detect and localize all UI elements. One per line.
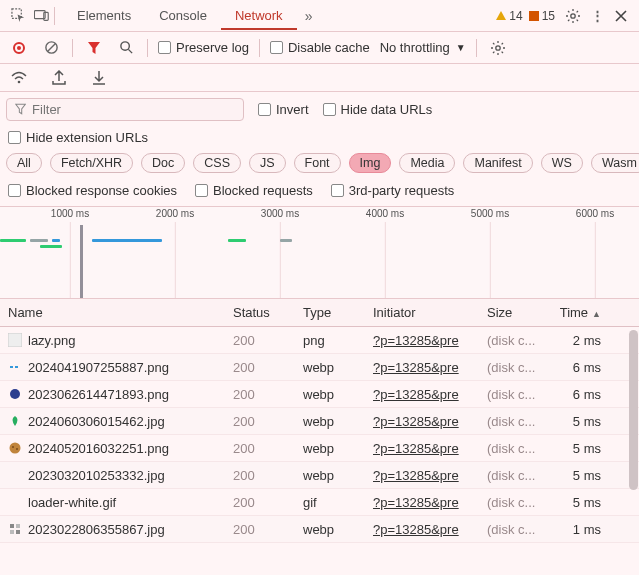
- chip-fetch[interactable]: Fetch/XHR: [50, 153, 133, 173]
- chip-all[interactable]: All: [6, 153, 42, 173]
- checkbox-icon: [195, 184, 208, 197]
- chip-media[interactable]: Media: [399, 153, 455, 173]
- svg-point-15: [16, 448, 18, 450]
- table-row[interactable]: 2024041907255887.png200webp?p=13285&pre(…: [0, 354, 639, 381]
- table-row[interactable]: loader-white.gif200gif?p=13285&pre(disk …: [0, 489, 639, 516]
- chip-doc[interactable]: Doc: [141, 153, 185, 173]
- network-toolbar: Preserve log Disable cache No throttling…: [0, 32, 639, 64]
- cell-status: 200: [225, 387, 295, 402]
- throttling-select[interactable]: No throttling▼: [380, 40, 466, 55]
- svg-point-3: [571, 13, 575, 17]
- import-har-icon[interactable]: [88, 67, 110, 89]
- clear-button[interactable]: [40, 37, 62, 59]
- search-icon[interactable]: [115, 37, 137, 59]
- table-row[interactable]: 2024060306015462.jpg200webp?p=13285&pre(…: [0, 408, 639, 435]
- col-size[interactable]: Size: [479, 305, 549, 320]
- blocked-cookies-label: Blocked response cookies: [26, 183, 177, 198]
- device-toolbar-icon[interactable]: [30, 4, 54, 28]
- cell-status: 200: [225, 333, 295, 348]
- timeline-playhead[interactable]: [80, 225, 83, 298]
- disable-cache-checkbox[interactable]: Disable cache: [270, 40, 370, 55]
- third-party-checkbox[interactable]: 3rd-party requests: [331, 183, 455, 198]
- checkbox-icon: [158, 41, 171, 54]
- cell-type: webp: [295, 360, 365, 375]
- wifi-icon[interactable]: [8, 67, 30, 89]
- invert-checkbox[interactable]: Invert: [258, 102, 309, 117]
- record-button[interactable]: [8, 37, 30, 59]
- more-tabs-icon[interactable]: »: [297, 4, 321, 28]
- tick: 5000 ms: [471, 208, 509, 219]
- svg-rect-16: [10, 524, 14, 528]
- table-row[interactable]: 2023022806355867.jpg200webp?p=13285&pre(…: [0, 516, 639, 543]
- table-row[interactable]: 2023062614471893.png200webp?p=13285&pre(…: [0, 381, 639, 408]
- warnings-badge[interactable]: 14: [496, 9, 522, 23]
- divider: [72, 39, 73, 57]
- cell-initiator[interactable]: ?p=13285&pre: [365, 414, 479, 429]
- tab-network[interactable]: Network: [221, 1, 297, 30]
- cell-initiator[interactable]: ?p=13285&pre: [365, 441, 479, 456]
- inspect-icon[interactable]: [6, 4, 30, 28]
- cell-time: 5 ms: [549, 441, 609, 456]
- divider: [259, 39, 260, 57]
- blocked-requests-checkbox[interactable]: Blocked requests: [195, 183, 313, 198]
- scrollbar-thumb[interactable]: [629, 330, 638, 490]
- svg-rect-2: [44, 12, 48, 20]
- settings-icon[interactable]: [561, 4, 585, 28]
- chip-wasm[interactable]: Wasm: [591, 153, 639, 173]
- divider: [147, 39, 148, 57]
- issues-count: 15: [542, 9, 555, 23]
- preserve-log-label: Preserve log: [176, 40, 249, 55]
- cell-initiator[interactable]: ?p=13285&pre: [365, 468, 479, 483]
- table-row[interactable]: lazy.png200png?p=13285&pre(disk c...2 ms: [0, 327, 639, 354]
- col-time[interactable]: Time▲: [549, 305, 609, 320]
- table-row[interactable]: 2024052016032251.png200webp?p=13285&pre(…: [0, 435, 639, 462]
- chip-js[interactable]: JS: [249, 153, 286, 173]
- sort-asc-icon: ▲: [592, 309, 601, 319]
- waterfall-overview[interactable]: 1000 ms 2000 ms 3000 ms 4000 ms 5000 ms …: [0, 207, 639, 299]
- chip-img[interactable]: Img: [349, 153, 392, 173]
- col-status[interactable]: Status: [225, 305, 295, 320]
- warnings-count: 14: [509, 9, 522, 23]
- cell-time: 5 ms: [549, 468, 609, 483]
- checkbox-icon: [258, 103, 271, 116]
- preserve-log-checkbox[interactable]: Preserve log: [158, 40, 249, 55]
- table-row[interactable]: 2023032010253332.jpg200webp?p=13285&pre(…: [0, 462, 639, 489]
- tab-elements[interactable]: Elements: [63, 1, 145, 30]
- filter-toggle-icon[interactable]: [83, 37, 105, 59]
- cell-initiator[interactable]: ?p=13285&pre: [365, 387, 479, 402]
- hide-extension-urls-checkbox[interactable]: Hide extension URLs: [8, 130, 631, 145]
- chip-ws[interactable]: WS: [541, 153, 583, 173]
- cell-status: 200: [225, 495, 295, 510]
- svg-point-12: [10, 389, 20, 399]
- chip-css[interactable]: CSS: [193, 153, 241, 173]
- close-icon[interactable]: [609, 4, 633, 28]
- col-type[interactable]: Type: [295, 305, 365, 320]
- chip-manifest[interactable]: Manifest: [463, 153, 532, 173]
- third-party-label: 3rd-party requests: [349, 183, 455, 198]
- cell-time: 2 ms: [549, 333, 609, 348]
- filter-input[interactable]: [32, 102, 235, 117]
- cell-name: 2024060306015462.jpg: [0, 414, 225, 429]
- kebab-icon[interactable]: ⋮: [585, 4, 609, 28]
- export-har-icon[interactable]: [48, 67, 70, 89]
- timeline-ruler: 1000 ms 2000 ms 3000 ms 4000 ms 5000 ms …: [0, 207, 639, 225]
- cell-initiator[interactable]: ?p=13285&pre: [365, 333, 479, 348]
- network-conditions-icon[interactable]: [487, 37, 509, 59]
- col-name[interactable]: Name: [0, 305, 225, 320]
- chip-font[interactable]: Font: [294, 153, 341, 173]
- cell-initiator[interactable]: ?p=13285&pre: [365, 495, 479, 510]
- cell-initiator[interactable]: ?p=13285&pre: [365, 360, 479, 375]
- tab-console[interactable]: Console: [145, 1, 221, 30]
- file-icon: [8, 414, 22, 428]
- col-initiator[interactable]: Initiator: [365, 305, 479, 320]
- blocked-requests-label: Blocked requests: [213, 183, 313, 198]
- file-name: 2023022806355867.jpg: [28, 522, 165, 537]
- checkbox-icon: [8, 184, 21, 197]
- filter-input-wrap[interactable]: [6, 98, 244, 121]
- cell-initiator[interactable]: ?p=13285&pre: [365, 522, 479, 537]
- devtools-tabbar: Elements Console Network » 14 15 ⋮: [0, 0, 639, 32]
- blocked-cookies-checkbox[interactable]: Blocked response cookies: [8, 183, 177, 198]
- issues-badge[interactable]: 15: [529, 9, 555, 23]
- hide-data-urls-checkbox[interactable]: Hide data URLs: [323, 102, 433, 117]
- import-export-row: [0, 64, 639, 92]
